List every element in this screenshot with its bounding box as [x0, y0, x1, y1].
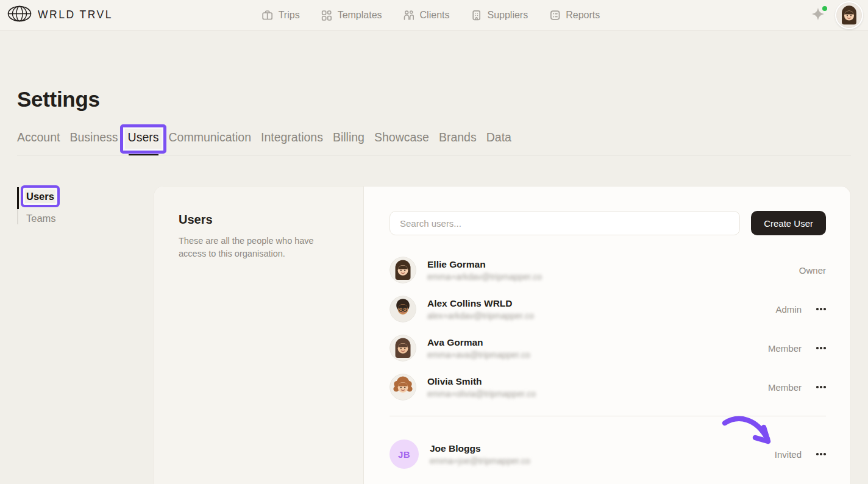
user-row-ava: Ava Gorman emma+ava@tripmapper.co Member	[390, 329, 826, 368]
header-right	[808, 1, 863, 29]
user-row-ellie: Ellie Gorman emma+arkdav@tripmapper.co O…	[390, 251, 826, 290]
sidebar-item-users-label: Users	[26, 191, 54, 202]
nav-suppliers[interactable]: Suppliers	[470, 9, 528, 21]
active-tab-underline	[129, 154, 158, 156]
user-name: Joe Bloggs	[430, 443, 530, 454]
tab-data[interactable]: Data	[486, 130, 511, 155]
nav-trips-label: Trips	[279, 10, 300, 21]
main-nav: Trips Templates	[261, 0, 600, 30]
app-window: WRLD TRVL Trips	[0, 0, 868, 484]
nav-reports[interactable]: Reports	[549, 9, 600, 21]
user-email: emma+olivia@tripmapper.co	[427, 389, 536, 399]
tab-communication[interactable]: Communication	[169, 130, 251, 155]
sidebar-item-users[interactable]: Users	[26, 191, 54, 202]
tab-integrations[interactable]: Integrations	[261, 130, 323, 155]
people-icon	[403, 9, 415, 21]
user-info: Alex Collins WRLD alex+arkdav@tripmapper…	[427, 298, 534, 321]
user-name: Olivia Smith	[427, 376, 536, 387]
user-info: Ellie Gorman emma+arkdav@tripmapper.co	[427, 259, 542, 282]
settings-page: Settings Account Business Users Communic…	[0, 87, 868, 484]
user-list: Ellie Gorman emma+arkdav@tripmapper.co O…	[390, 251, 826, 475]
user-info: Ava Gorman emma+ava@tripmapper.co	[427, 337, 530, 360]
tab-account[interactable]: Account	[17, 130, 60, 155]
tab-billing[interactable]: Billing	[333, 130, 365, 155]
user-name: Alex Collins WRLD	[427, 298, 534, 309]
nav-suppliers-label: Suppliers	[487, 10, 528, 21]
user-avatar[interactable]	[835, 1, 863, 29]
user-info: Olivia Smith emma+olivia@tripmapper.co	[427, 376, 536, 399]
sidebar-item-teams[interactable]: Teams	[26, 213, 56, 224]
tab-users[interactable]: Users	[128, 130, 159, 155]
nav-trips[interactable]: Trips	[261, 9, 300, 21]
search-users-input[interactable]	[390, 211, 740, 235]
create-user-button[interactable]: Create User	[751, 211, 826, 235]
notification-dot	[822, 6, 827, 11]
user-role-badge: Member	[768, 343, 802, 354]
user-email: emma+arkdav@tripmapper.co	[427, 272, 542, 282]
nav-clients[interactable]: Clients	[403, 9, 450, 21]
brand-logo[interactable]: WRLD TRVL	[7, 5, 113, 24]
user-row-joe-invited: JB Joe Bloggs emma+joe@tripmapper.co Inv…	[390, 433, 826, 475]
avatar-initials: JB	[390, 440, 419, 469]
panel-description: These are all the people who have access…	[179, 235, 320, 260]
users-toolbar: Create User	[390, 211, 826, 235]
ellipsis-icon	[816, 308, 826, 310]
sparkle-icon	[809, 15, 827, 24]
ellipsis-icon	[816, 386, 826, 388]
user-info: Joe Bloggs emma+joe@tripmapper.co	[430, 443, 530, 466]
top-navigation-bar: WRLD TRVL Trips	[0, 0, 868, 30]
assistant-button[interactable]	[808, 5, 828, 25]
avatar	[390, 296, 416, 322]
nav-templates[interactable]: Templates	[321, 9, 382, 21]
ellipsis-icon	[816, 347, 826, 349]
row-menu-button[interactable]	[813, 386, 826, 388]
globe-icon	[7, 5, 32, 24]
report-icon	[549, 9, 561, 21]
nav-templates-label: Templates	[338, 10, 382, 21]
users-panel-description: Users These are all the people who have …	[154, 187, 363, 484]
avatar	[390, 335, 416, 361]
user-role-badge: Member	[768, 382, 802, 393]
tab-showcase[interactable]: Showcase	[374, 130, 429, 155]
user-row-olivia: Olivia Smith emma+olivia@tripmapper.co M…	[390, 368, 826, 407]
user-name: Ellie Gorman	[427, 259, 542, 270]
tab-brands[interactable]: Brands	[439, 130, 477, 155]
tab-users-label: Users	[128, 130, 159, 144]
user-email: emma+ava@tripmapper.co	[427, 350, 530, 360]
page-title: Settings	[17, 87, 851, 112]
avatar	[390, 374, 416, 400]
brand-name: WRLD TRVL	[38, 9, 113, 21]
avatar	[390, 257, 416, 283]
invited-divider	[390, 416, 826, 416]
row-menu-button[interactable]	[813, 308, 826, 310]
panel-title: Users	[179, 213, 339, 227]
users-settings-card: Users These are all the people who have …	[154, 186, 851, 484]
row-menu-button[interactable]	[813, 347, 826, 349]
user-name: Ava Gorman	[427, 337, 530, 348]
grid-icon	[321, 9, 333, 21]
building-icon	[470, 9, 482, 21]
tab-business[interactable]: Business	[69, 130, 118, 155]
user-email: emma+joe@tripmapper.co	[430, 456, 530, 466]
annotation-arrow-icon	[721, 413, 777, 450]
user-row-alex: Alex Collins WRLD alex+arkdav@tripmapper…	[390, 290, 826, 329]
nav-clients-label: Clients	[420, 10, 450, 21]
user-email: alex+arkdav@tripmapper.co	[427, 311, 534, 321]
user-status-invited: Invited	[775, 449, 802, 460]
users-panel-content: Create User Ellie Gorman emma+arkdav@tri…	[363, 187, 850, 484]
ellipsis-icon	[816, 453, 826, 455]
nav-reports-label: Reports	[566, 10, 600, 21]
settings-tabs: Account Business Users Communication Int…	[17, 130, 851, 155]
user-role-badge: Owner	[799, 265, 826, 276]
briefcase-icon	[261, 9, 274, 21]
user-role-badge: Admin	[775, 304, 802, 315]
settings-sub-sidebar: Users Teams	[17, 186, 154, 484]
row-menu-button[interactable]	[813, 453, 826, 455]
